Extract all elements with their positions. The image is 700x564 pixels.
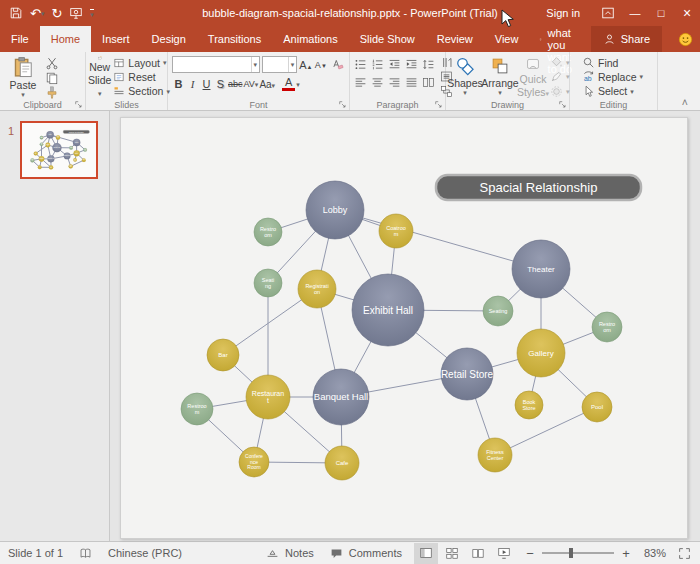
select-button[interactable]: Select▾	[580, 85, 645, 98]
collapse-ribbon-button[interactable]: ˄	[682, 96, 688, 108]
replace-button[interactable]: Replace▾	[580, 70, 645, 83]
shape-effects-button[interactable]: ▾	[548, 85, 572, 98]
slide[interactable]: LobbyRestroomCoatroomSeatingRegistration…	[120, 117, 688, 539]
strikethrough-button[interactable]: abc	[228, 79, 243, 89]
shapes-label: Shapes	[447, 77, 483, 89]
dialog-launcher-icon	[76, 102, 81, 107]
zoom-in-button[interactable]: +	[620, 546, 632, 561]
tab-design[interactable]: Design	[141, 26, 197, 52]
bubble-diagram[interactable]: LobbyRestroomCoatroomSeatingRegistration…	[121, 118, 687, 538]
close-button[interactable]: ×	[674, 0, 700, 26]
redo-button[interactable]: ↻	[51, 7, 62, 20]
slide-thumbnail[interactable]: LobbyRestroomCoatroomSeatingRegistration…	[20, 121, 98, 179]
align-right-button[interactable]	[386, 75, 402, 90]
powerpoint-window: ↶▾ ↻ ▾ bubble-diagram-spacial-relationsh…	[0, 0, 700, 564]
paste-dropdown-icon[interactable]: ▾	[21, 91, 25, 98]
font-size-combo[interactable]: ▾	[262, 56, 297, 73]
slide-show-button[interactable]	[492, 543, 516, 564]
underline-button[interactable]: U	[200, 78, 213, 90]
new-slide-button[interactable]: New Slide ▾	[88, 54, 111, 98]
cut-button[interactable]	[44, 56, 60, 70]
customize-qat-button[interactable]: ▾	[90, 9, 94, 18]
character-spacing-button[interactable]: AV▾	[244, 79, 259, 89]
svg-text:FitnessCenter: FitnessCenter	[486, 449, 504, 461]
format-painter-button[interactable]	[44, 86, 60, 100]
zoom-level[interactable]: 83%	[636, 547, 666, 559]
ribbon-tabs: File Home Insert Design Transitions Anim…	[0, 26, 700, 52]
find-button[interactable]: Find	[580, 56, 645, 69]
paste-button[interactable]: Paste ▾	[2, 54, 44, 98]
tab-transitions[interactable]: Transitions	[197, 26, 272, 52]
grow-font-button[interactable]: A▲	[299, 59, 312, 71]
shape-outline-button[interactable]: ▾	[548, 70, 572, 83]
clear-formatting-button[interactable]	[329, 57, 345, 72]
notes-button[interactable]: Notes	[258, 547, 322, 560]
justify-icon	[405, 76, 418, 89]
text-shadow-button[interactable]: S	[214, 78, 227, 90]
font-color-button[interactable]: A	[282, 77, 295, 91]
font-name-combo[interactable]: ▾	[172, 56, 260, 73]
tell-me-box[interactable]: Tell me what you want to do	[529, 26, 590, 52]
layout-button[interactable]: Layout▾	[111, 56, 172, 69]
tab-file[interactable]: File	[0, 26, 40, 52]
copy-button[interactable]	[44, 71, 60, 85]
zoom-slider[interactable]	[542, 552, 614, 554]
quick-styles-button[interactable]: Quick Styles▾	[518, 54, 548, 98]
slide-sorter-view-button[interactable]	[440, 543, 464, 564]
columns-button[interactable]	[420, 75, 436, 90]
notes-label: Notes	[285, 547, 314, 559]
start-from-beginning-button[interactable]	[69, 6, 83, 20]
tab-animations[interactable]: Animations	[272, 26, 348, 52]
ribbon-display-options-button[interactable]	[594, 0, 622, 26]
feedback-smiley-button[interactable]	[662, 26, 700, 52]
sign-in-link[interactable]: Sign in	[532, 7, 594, 19]
reading-view-button[interactable]	[466, 543, 490, 564]
tab-slide-show[interactable]: Slide Show	[349, 26, 426, 52]
tab-home[interactable]: Home	[40, 26, 91, 52]
language-indicator[interactable]: Chinese (PRC)	[108, 547, 182, 559]
smiley-icon	[678, 32, 693, 47]
bold-button[interactable]: B	[172, 78, 185, 90]
maximize-button[interactable]: □	[648, 0, 674, 26]
shrink-font-button[interactable]: A▼	[314, 60, 327, 70]
normal-view-button[interactable]	[414, 543, 438, 564]
save-button[interactable]	[9, 6, 23, 20]
numbering-button[interactable]	[369, 57, 385, 72]
tab-insert[interactable]: Insert	[91, 26, 141, 52]
paragraph-dialog-launcher[interactable]	[434, 100, 443, 109]
share-button[interactable]: Share	[591, 26, 662, 52]
svg-text:Theater: Theater	[527, 265, 555, 274]
line-spacing-button[interactable]	[420, 57, 436, 72]
align-center-button[interactable]	[369, 75, 385, 90]
dialog-launcher-icon	[560, 102, 565, 107]
clipboard-dialog-launcher[interactable]	[74, 100, 83, 109]
zoom-out-button[interactable]: −	[524, 546, 536, 561]
shape-outline-icon	[550, 70, 563, 83]
drawing-dialog-launcher[interactable]	[558, 100, 567, 109]
align-left-button[interactable]	[352, 75, 368, 90]
arrange-button[interactable]: Arrange ▾	[482, 54, 518, 98]
tab-review[interactable]: Review	[426, 26, 484, 52]
line-spacing-icon	[422, 58, 435, 71]
font-dialog-launcher[interactable]	[338, 100, 347, 109]
ribbon: Paste ▾ Clipboard New Slide ▾ Layout▾ Re…	[0, 52, 700, 111]
bullets-button[interactable]	[352, 57, 368, 72]
shapes-button[interactable]: Shapes ▾	[448, 54, 482, 98]
undo-dropdown-icon[interactable]: ▾	[41, 10, 45, 17]
italic-button[interactable]: I	[186, 78, 199, 90]
font-color-dropdown-icon[interactable]: ▾	[296, 81, 300, 88]
reset-button[interactable]: Reset	[111, 70, 172, 83]
shape-fill-button[interactable]: ▾	[548, 56, 572, 69]
minimize-button[interactable]: —	[622, 0, 648, 26]
proofing-button[interactable]	[71, 547, 100, 560]
section-button[interactable]: Section▾	[111, 85, 172, 98]
decrease-indent-button[interactable]	[386, 57, 402, 72]
increase-indent-button[interactable]	[403, 57, 419, 72]
justify-button[interactable]	[403, 75, 419, 90]
change-case-button[interactable]: Aa▾	[259, 79, 275, 90]
undo-button[interactable]: ↶▾	[30, 7, 44, 20]
tab-view[interactable]: View	[484, 26, 530, 52]
comments-button[interactable]: Comments	[322, 547, 410, 560]
zoom-slider-handle[interactable]	[569, 548, 573, 558]
fit-slide-button[interactable]	[672, 543, 696, 564]
